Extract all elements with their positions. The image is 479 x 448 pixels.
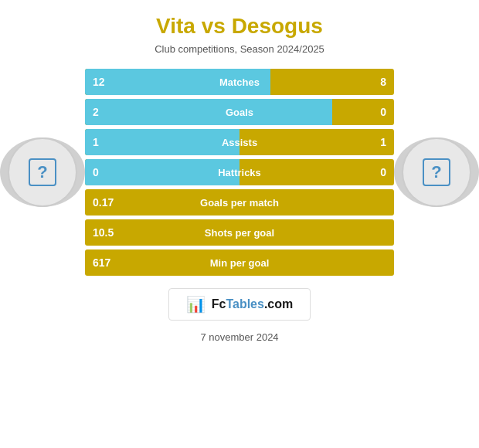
comparison-area: ? 12Matches82Goals01Assists10Hattricks00… [8, 69, 471, 276]
left-player-avatar: ? [8, 137, 77, 207]
chart-icon: 📊 [186, 295, 206, 314]
stat-left-value: 0.17 [85, 196, 120, 209]
fctables-logo: 📊 FcTables.com [168, 288, 311, 321]
stat-bar-fill [85, 99, 332, 125]
stat-row: 1Assists1 [85, 129, 394, 155]
stat-left-value: 2 [85, 106, 120, 118]
stat-right-value: 8 [380, 76, 386, 88]
stat-right-value: 0 [380, 106, 386, 118]
stat-row: 10.5Shots per goal [85, 219, 394, 246]
stat-row: 12Matches8 [85, 69, 394, 95]
stat-left-value: 10.5 [85, 226, 120, 239]
stat-left-value: 0 [85, 166, 120, 178]
stat-label: Min per goal [210, 257, 270, 269]
stat-left-value: 617 [85, 256, 120, 269]
stat-row: 2Goals0 [85, 99, 394, 125]
match-subtitle: Club competitions, Season 2024/2025 [155, 43, 324, 55]
stats-block: 12Matches82Goals01Assists10Hattricks00.1… [85, 69, 394, 276]
stat-label: Hattricks [218, 167, 261, 178]
stat-left-value: 12 [85, 76, 120, 88]
right-player-avatar: ? [402, 137, 471, 207]
stat-label: Matches [219, 76, 260, 88]
stat-row: 0Hattricks0 [85, 159, 394, 185]
left-player-icon: ? [29, 158, 56, 186]
footer-date: 7 november 2024 [200, 331, 278, 343]
stat-right-value: 1 [380, 136, 386, 148]
stat-label: Shots per goal [205, 227, 274, 239]
match-title: Vita vs Desogus [156, 14, 323, 39]
stat-label: Goals per match [200, 197, 279, 209]
main-container: Vita vs Desogus Club competitions, Seaso… [0, 0, 479, 448]
stat-label: Assists [222, 137, 257, 148]
stat-left-value: 1 [85, 136, 120, 148]
stat-label: Goals [226, 107, 253, 118]
stat-right-value: 0 [380, 166, 386, 178]
stat-row: 0.17Goals per match [85, 189, 394, 216]
right-player-icon: ? [423, 158, 450, 186]
stat-row: 617Min per goal [85, 249, 394, 276]
logo-text: FcTables.com [212, 297, 294, 311]
